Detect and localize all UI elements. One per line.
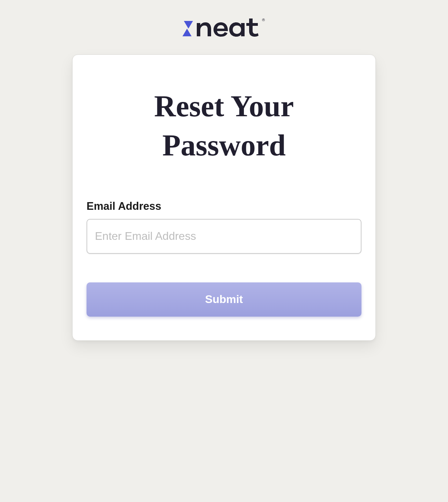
email-label: Email Address [87, 200, 361, 213]
svg-text:®: ® [262, 18, 265, 22]
brand-logo: ® [181, 16, 267, 40]
svg-marker-1 [182, 29, 192, 36]
email-field[interactable] [87, 219, 361, 254]
submit-button[interactable]: Submit [87, 282, 361, 317]
email-field-group: Email Address Submit [87, 200, 361, 317]
page-title: Reset Your Password [102, 87, 346, 165]
svg-marker-0 [184, 21, 193, 29]
reset-password-card: Reset Your Password Email Address Submit [72, 54, 376, 341]
